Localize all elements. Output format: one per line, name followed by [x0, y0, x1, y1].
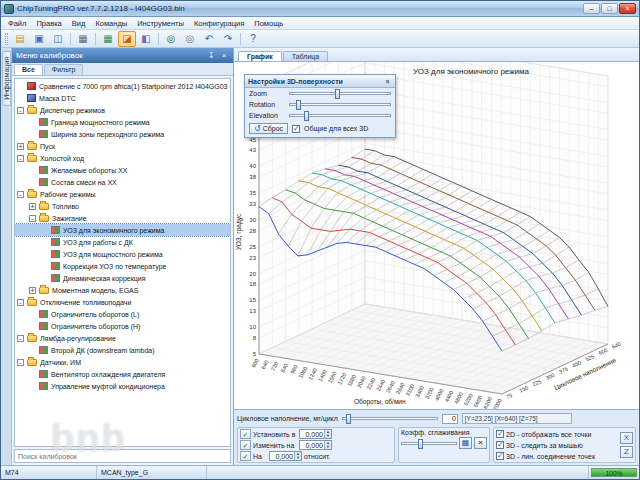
slider-thumb[interactable]	[335, 89, 340, 99]
tree-item[interactable]: -Зажигание	[15, 212, 230, 224]
spinner-arrows[interactable]: ▲▼	[324, 430, 331, 438]
set-value[interactable]: 0,000	[300, 430, 324, 438]
tree-item[interactable]: Динамическая коррекция	[15, 272, 230, 284]
tree-item[interactable]: +Моментная модель, EGAS	[15, 284, 230, 296]
smoothing-apply-button[interactable]: ▦	[459, 437, 472, 449]
option-checkbox[interactable]	[496, 430, 504, 438]
undo-button[interactable]: ↶	[200, 31, 218, 47]
slider-track-Rotation[interactable]	[289, 103, 391, 106]
tree-item[interactable]: Состав смеси на ХХ	[15, 176, 230, 188]
tree-item[interactable]: -Отключение топливоподачи	[15, 296, 230, 308]
compare-button[interactable]: ◧	[137, 31, 155, 47]
tree-expander[interactable]: -	[17, 299, 24, 306]
menu-item[interactable]: Правка	[31, 18, 66, 29]
tree-item[interactable]: УОЗ для мощностного режима	[15, 248, 230, 260]
3d-settings-panel[interactable]: Настройки 3D-поверхности × ZoomRotationE…	[244, 74, 396, 138]
tree-item[interactable]: Ширина зоны переходного режима	[15, 128, 230, 140]
change-spinner[interactable]: 0,000 ▲▼	[299, 440, 332, 450]
search-input[interactable]	[15, 453, 230, 460]
3d-settings-title-bar[interactable]: Настройки 3D-поверхности ×	[245, 75, 395, 88]
tree-item[interactable]: Управление муфтой кондиционера	[15, 380, 230, 392]
info-vertical-tab[interactable]: Информация	[2, 51, 11, 106]
open-file-button[interactable]: ▤	[11, 31, 29, 47]
load-trackbar-thumb[interactable]	[346, 414, 351, 424]
view-tab-Таблица[interactable]: Таблица	[283, 51, 328, 61]
slider-thumb[interactable]	[304, 111, 309, 121]
reset-button[interactable]: ↺ Сброс	[249, 123, 288, 134]
tree-item[interactable]: Вентилятор охлаждения двигателя	[15, 368, 230, 380]
zoom-out-button[interactable]: ◎	[181, 31, 199, 47]
slider-track-Elevation[interactable]	[289, 114, 391, 117]
tree-expander[interactable]: -	[17, 155, 24, 162]
axis-button-X[interactable]: X	[620, 432, 633, 444]
left-tab-Все[interactable]: Все	[14, 64, 43, 75]
print-button[interactable]: ▦	[74, 31, 92, 47]
tree-item[interactable]: Коррекция УОЗ по температуре	[15, 260, 230, 272]
option-checkbox[interactable]	[496, 452, 504, 460]
tree-item[interactable]: -Лямбда-регулирование	[15, 332, 230, 344]
tree-item[interactable]: Ограничитель оборотов (L)	[15, 308, 230, 320]
smoothing-slider[interactable]	[401, 442, 457, 445]
tree-item[interactable]: Маска DTC	[15, 92, 230, 104]
minimize-button[interactable]: –	[583, 3, 600, 14]
apply-relative-button[interactable]: ✓	[240, 451, 251, 461]
tree-item[interactable]: УОЗ для работы с ДК	[15, 236, 230, 248]
menu-item[interactable]: Вид	[67, 18, 91, 29]
load-value[interactable]: 0	[442, 414, 458, 424]
zoom-in-button[interactable]: ◎	[162, 31, 180, 47]
close-button[interactable]: ×	[619, 3, 636, 14]
spinner-arrows[interactable]: ▲▼	[294, 452, 301, 460]
tree-item[interactable]: +Топливо	[15, 200, 230, 212]
save-all-button[interactable]: ◫	[49, 31, 67, 47]
menu-item[interactable]: Инструменты	[132, 18, 189, 29]
option-checkbox[interactable]	[496, 441, 504, 449]
relative-value[interactable]: 0,000	[270, 452, 294, 460]
tree-expander[interactable]: +	[29, 287, 36, 294]
menu-item[interactable]: Помощь	[249, 18, 288, 29]
tree-item[interactable]: УОЗ для экономичного режима	[15, 224, 230, 236]
slider-track-Zoom[interactable]	[289, 92, 391, 95]
slider-thumb[interactable]	[296, 100, 301, 110]
load-trackbar[interactable]	[342, 417, 438, 420]
tree-item[interactable]: Желаемые обороты ХХ	[15, 164, 230, 176]
set-spinner[interactable]: 0,000 ▲▼	[299, 429, 332, 439]
tree-expander[interactable]: -	[17, 191, 24, 198]
apply-set-button[interactable]: ✓	[240, 429, 251, 439]
tree-item[interactable]: Ограничитель оборотов (H)	[15, 320, 230, 332]
tree-item[interactable]: +Пуск	[15, 140, 230, 152]
tree-expander[interactable]: -	[29, 215, 36, 222]
tree-item[interactable]: -Холостой ход	[15, 152, 230, 164]
pin-icon[interactable]: ↧	[206, 51, 216, 61]
apply-change-button[interactable]: ✓	[240, 440, 251, 450]
smoothing-thumb[interactable]	[418, 439, 423, 449]
tree-item[interactable]: Граница мощностного режима	[15, 116, 230, 128]
tree-expander[interactable]: -	[17, 359, 24, 366]
spinner-arrows[interactable]: ▲▼	[324, 441, 331, 449]
menu-item[interactable]: Конфигурация	[189, 18, 249, 29]
shared-3d-checkbox[interactable]	[292, 125, 300, 133]
tree-item[interactable]: -Датчики, ИМ	[15, 356, 230, 368]
view-tab-График[interactable]: График	[238, 51, 282, 61]
title-bar[interactable]: ChipTuningPRO ver.7.7.2.1218 - I404GG03.…	[1, 1, 639, 17]
tree-item[interactable]: Сравнение с 7000 rpm africa(1) Startpoin…	[15, 80, 230, 92]
relative-spinner[interactable]: 0,000 ▲▼	[269, 451, 302, 461]
left-tab-Фильтр[interactable]: Фильтр	[44, 64, 84, 75]
table-view-button[interactable]: ▦	[99, 31, 117, 47]
graph-view-button[interactable]: ◪	[118, 31, 136, 47]
close-icon[interactable]: ×	[383, 78, 392, 85]
smoothing-cancel-button[interactable]: ×	[474, 437, 487, 449]
calibration-tree[interactable]: Сравнение с 7000 rpm africa(1) Startpoin…	[14, 78, 231, 447]
redo-button[interactable]: ↷	[219, 31, 237, 47]
tree-expander[interactable]: -	[17, 335, 24, 342]
tree-expander[interactable]: +	[29, 203, 36, 210]
help-button[interactable]: ?	[244, 31, 262, 47]
menu-item[interactable]: Файл	[3, 18, 31, 29]
close-icon[interactable]: ×	[219, 51, 229, 61]
tree-item[interactable]: -Диспетчер режимов	[15, 104, 230, 116]
tree-expander[interactable]: +	[17, 143, 24, 150]
change-value[interactable]: 0,000	[300, 441, 324, 449]
axis-button-Z[interactable]: Z	[620, 446, 633, 458]
tree-item[interactable]: Второй ДК (downstream lambda)	[15, 344, 230, 356]
save-file-button[interactable]: ▣	[30, 31, 48, 47]
maximize-button[interactable]: □	[601, 3, 618, 14]
